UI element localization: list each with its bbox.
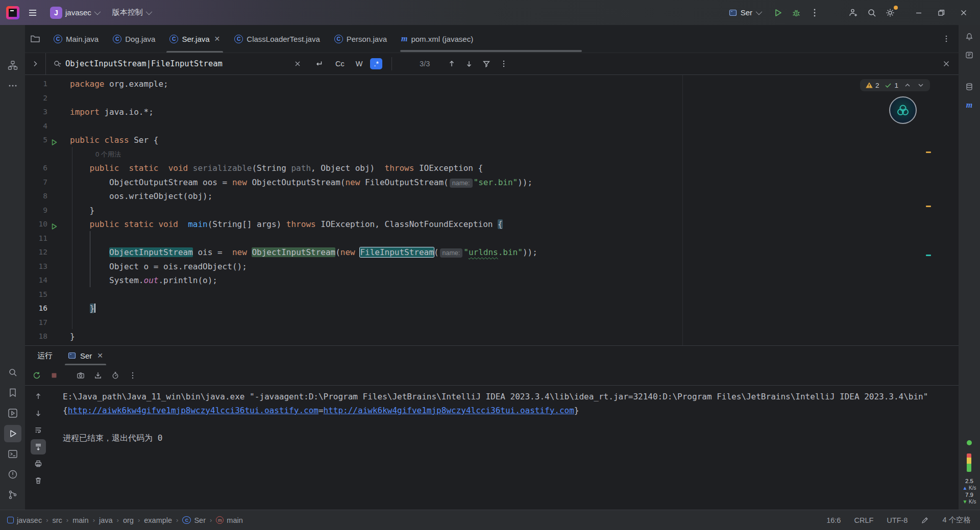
- close-window-button[interactable]: [952, 6, 975, 20]
- code-line-4[interactable]: 4: [25, 119, 959, 134]
- breadcrumb-org[interactable]: org: [123, 516, 134, 524]
- breadcrumb-main-dir[interactable]: main: [72, 516, 88, 524]
- code-line-10[interactable]: 10 public static void main(String[] args…: [25, 217, 959, 232]
- code-editor[interactable]: 1package org.example;23import java.io.*;…: [25, 75, 959, 345]
- breadcrumb-project[interactable]: javasec: [7, 516, 42, 524]
- words-toggle[interactable]: W: [352, 58, 366, 69]
- indent-setting[interactable]: 4 个空格: [942, 515, 971, 525]
- code-line-3[interactable]: 3import java.io.*;: [25, 105, 959, 119]
- code-with-me-button[interactable]: [845, 5, 862, 21]
- problems-tool-icon[interactable]: [4, 466, 21, 483]
- search-options-icon[interactable]: [495, 57, 512, 70]
- oastify-link-2[interactable]: http://aiwk6kw4gifve1mjp8wczy4lcci36tui.…: [324, 406, 574, 415]
- code-line-13[interactable]: 13 Object o = ois.readObject();: [25, 260, 959, 274]
- clear-search-icon[interactable]: [289, 57, 306, 70]
- structure-tool-icon[interactable]: [4, 57, 21, 74]
- regex-toggle[interactable]: .*: [370, 58, 382, 69]
- breadcrumb-java[interactable]: java: [99, 516, 113, 524]
- tab-classloadertest-java[interactable]: C ClassLoaderTest.java: [227, 25, 327, 53]
- hamburger-menu-icon[interactable]: [24, 5, 41, 21]
- match-case-toggle[interactable]: Cc: [332, 58, 348, 69]
- new-line-icon[interactable]: [310, 57, 328, 70]
- tab-pom-xml[interactable]: m pom.xml (javasec): [394, 25, 480, 53]
- next-occurrence-button[interactable]: [460, 57, 478, 70]
- prev-problem-chevron[interactable]: [903, 81, 912, 89]
- run-button[interactable]: [770, 5, 786, 21]
- readonly-toggle-icon[interactable]: [921, 516, 929, 524]
- more-actions-button[interactable]: [806, 5, 823, 21]
- search-everywhere-button[interactable]: [864, 5, 880, 21]
- search-query[interactable]: ObjectInputStream|FileInputStream: [65, 59, 285, 68]
- code-line-15[interactable]: 15: [25, 288, 959, 302]
- tab-list-menu-icon[interactable]: [934, 25, 959, 53]
- soft-wrap-button[interactable]: [31, 422, 46, 438]
- code-line-12[interactable]: 12 ObjectInputStream ois = new ObjectInp…: [25, 245, 959, 260]
- inspections-widget[interactable]: 2 1: [860, 79, 930, 91]
- notifications-bell-icon[interactable]: [962, 29, 977, 44]
- console-output[interactable]: E:\Java_path\Java_11_win\bin\java.exe "-…: [52, 386, 959, 510]
- scrollbar-warning-mark[interactable]: [926, 152, 931, 153]
- rerun-button[interactable]: [29, 368, 44, 383]
- scrollbar-warning-mark[interactable]: [926, 206, 931, 207]
- settings-button[interactable]: [882, 5, 898, 21]
- breadcrumb-main-method[interactable]: m main: [216, 516, 242, 524]
- ok-count[interactable]: 1: [884, 81, 898, 89]
- editor-floating-badge[interactable]: [889, 96, 917, 124]
- clear-console-button[interactable]: [31, 473, 46, 488]
- dump-threads-button[interactable]: [90, 368, 106, 383]
- tab-main-java[interactable]: C Main.java: [46, 25, 106, 53]
- tab-dog-java[interactable]: C Dog.java: [106, 25, 162, 53]
- line-ending[interactable]: CRLF: [854, 516, 873, 524]
- scroll-up-button[interactable]: [31, 389, 46, 404]
- run-tool-icon[interactable]: [4, 425, 21, 442]
- code-line-2[interactable]: 2: [25, 91, 959, 106]
- vcs-widget[interactable]: 版本控制: [108, 5, 155, 20]
- profiler-button[interactable]: [108, 368, 123, 383]
- minimize-button[interactable]: [908, 6, 930, 20]
- breadcrumb-src[interactable]: src: [53, 516, 62, 524]
- debug-button[interactable]: [788, 5, 804, 21]
- close-run-tab-icon[interactable]: ✕: [97, 351, 103, 360]
- search-field[interactable]: ObjectInputStream|FileInputStream Cc W .…: [46, 57, 387, 70]
- code-line-17[interactable]: 17: [25, 316, 959, 330]
- code-line-1[interactable]: 1package org.example;: [25, 77, 959, 91]
- run-tab-ser[interactable]: Ser ✕: [62, 346, 109, 365]
- code-line-14[interactable]: 14 System.out.println(o);: [25, 273, 959, 288]
- ai-assistant-icon[interactable]: [962, 47, 977, 63]
- close-tab-icon[interactable]: ✕: [214, 35, 220, 43]
- more-tool-windows-icon[interactable]: [4, 77, 21, 94]
- code-line-6[interactable]: 6 public static void serializable(String…: [25, 161, 959, 175]
- scroll-down-button[interactable]: [31, 406, 46, 421]
- code-line-11[interactable]: 11: [25, 232, 959, 246]
- previous-occurrence-button[interactable]: [443, 57, 460, 70]
- services-tool-icon[interactable]: [4, 405, 21, 422]
- run-configuration-selector[interactable]: Ser: [725, 6, 765, 19]
- bookmarks-tool-icon[interactable]: [4, 384, 21, 401]
- tab-scrollbar-thumb[interactable]: [400, 50, 582, 52]
- breadcrumb-ser-class[interactable]: C Ser: [182, 516, 206, 524]
- screenshot-button[interactable]: [73, 368, 88, 383]
- maven-tool-icon[interactable]: m: [962, 97, 977, 113]
- code-line-9[interactable]: 9 }: [25, 204, 959, 218]
- file-encoding[interactable]: UTF-8: [887, 516, 908, 524]
- project-widget[interactable]: J javasec: [46, 4, 103, 21]
- oastify-link-1[interactable]: http://aiwk6kw4gifve1mjp8wczy4lcci36tui.…: [68, 406, 318, 415]
- tab-ser-java[interactable]: C Ser.java ✕: [162, 25, 227, 53]
- expand-replace-chevron[interactable]: [25, 53, 46, 74]
- usages-hint[interactable]: 0 个用法: [25, 147, 959, 162]
- find-tool-icon[interactable]: [4, 364, 21, 381]
- breadcrumb-example[interactable]: example: [144, 516, 172, 524]
- performance-widget[interactable]: 2.5 ▲ K/s 7.9 ▼ K/s: [962, 440, 976, 506]
- stop-button[interactable]: [46, 368, 62, 383]
- database-tool-icon[interactable]: [962, 79, 977, 94]
- code-line-8[interactable]: 8 oos.writeObject(obj);: [25, 189, 959, 204]
- tab-person-java[interactable]: C Person.java: [327, 25, 394, 53]
- terminal-tool-icon[interactable]: [4, 445, 21, 463]
- print-button[interactable]: [31, 456, 46, 471]
- caret-position[interactable]: 16:6: [826, 516, 841, 524]
- code-line-16[interactable]: 16 }: [25, 301, 959, 316]
- close-find-bar-icon[interactable]: [934, 57, 959, 71]
- warnings-count[interactable]: 2: [865, 81, 879, 89]
- code-line-18[interactable]: 18}: [25, 330, 959, 344]
- filter-search-icon[interactable]: [478, 57, 495, 70]
